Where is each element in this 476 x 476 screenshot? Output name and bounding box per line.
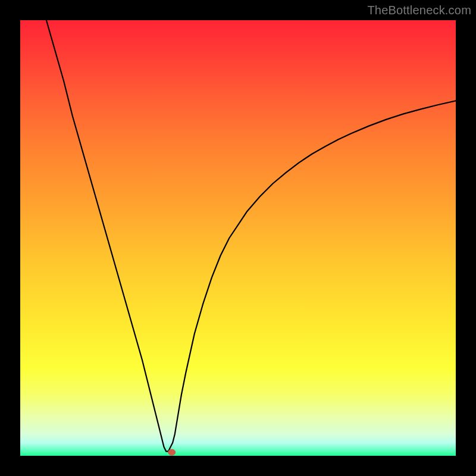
watermark-text: TheBottleneck.com xyxy=(367,4,471,17)
chart-container: TheBottleneck.com xyxy=(0,0,476,476)
plot-area xyxy=(20,20,456,456)
